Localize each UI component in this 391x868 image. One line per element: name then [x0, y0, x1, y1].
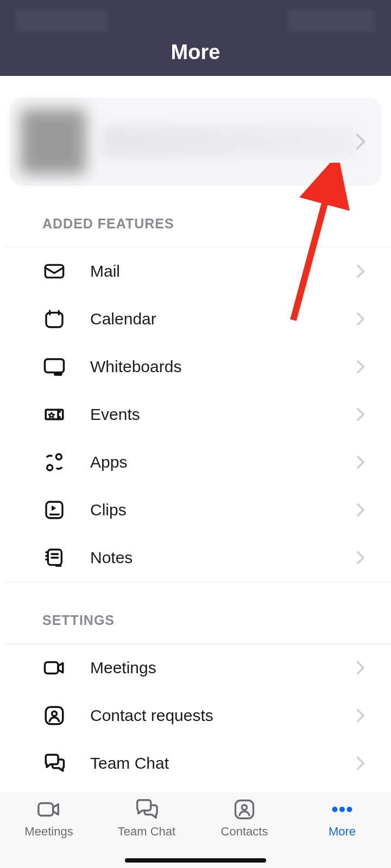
contact-icon	[232, 797, 256, 821]
row-label: Events	[66, 405, 356, 424]
tab-more[interactable]: More	[293, 797, 391, 868]
apps-icon	[42, 450, 66, 474]
chevron-right-icon	[356, 264, 365, 278]
section-header-settings: SETTINGS	[0, 582, 391, 643]
row-label: Apps	[66, 453, 356, 471]
chevron-right-icon	[356, 360, 365, 374]
events-icon	[42, 403, 66, 426]
chevron-right-icon	[356, 661, 365, 675]
row-mail[interactable]: Mail	[0, 247, 391, 295]
tab-label: Meetings	[24, 825, 73, 839]
tab-label: More	[329, 825, 356, 839]
svg-point-4	[47, 465, 53, 470]
tab-contacts[interactable]: Contacts	[195, 797, 293, 868]
svg-point-10	[52, 711, 57, 716]
page-title: More	[0, 41, 391, 64]
row-contact-requests[interactable]: Contact requests	[0, 692, 391, 739]
video-icon	[42, 656, 66, 680]
mail-icon	[42, 259, 66, 283]
notes-icon	[42, 546, 66, 570]
chevron-right-icon	[356, 407, 365, 422]
video-icon	[36, 797, 61, 821]
svg-rect-0	[45, 265, 63, 277]
tab-label: Contacts	[221, 825, 268, 839]
row-label: Whiteboards	[66, 358, 356, 376]
svg-point-15	[332, 807, 338, 812]
row-apps[interactable]: Apps	[0, 438, 391, 486]
row-label: Contact requests	[66, 706, 356, 725]
chevron-right-icon	[356, 455, 365, 469]
header-blur-left	[15, 10, 108, 33]
tab-label: Team Chat	[118, 825, 175, 839]
home-indicator	[125, 858, 266, 863]
svg-point-14	[242, 805, 247, 810]
clips-icon	[42, 498, 66, 522]
chevron-right-icon	[356, 503, 365, 517]
row-calendar[interactable]: Calendar	[0, 295, 391, 343]
svg-point-16	[339, 807, 345, 812]
row-whiteboards[interactable]: Whiteboards	[0, 343, 391, 391]
row-label: Clips	[66, 501, 356, 519]
svg-rect-8	[45, 662, 59, 674]
row-notes[interactable]: Notes	[0, 534, 391, 582]
tab-team-chat[interactable]: Team Chat	[98, 797, 195, 868]
section-header-added-features: ADDED FEATURES	[0, 186, 391, 247]
svg-rect-5	[46, 502, 62, 518]
header-blur-right	[288, 10, 375, 33]
chevron-right-icon	[356, 709, 365, 723]
chevron-right-icon	[355, 133, 366, 150]
avatar	[21, 109, 86, 174]
svg-rect-12	[39, 803, 53, 816]
row-label: Notes	[66, 548, 356, 567]
svg-rect-1	[46, 312, 62, 327]
chevron-right-icon	[356, 551, 365, 565]
row-label: Meetings	[66, 659, 356, 677]
calendar-icon	[42, 307, 66, 331]
chat-icon	[42, 751, 66, 775]
more-icon	[330, 797, 355, 821]
chevron-right-icon	[356, 312, 365, 326]
row-label: Calendar	[66, 310, 356, 328]
row-meetings-settings[interactable]: Meetings	[0, 644, 391, 692]
chevron-right-icon	[356, 756, 365, 770]
chat-icon	[134, 797, 159, 821]
tab-bar: Meetings Team Chat Contacts More	[0, 792, 391, 868]
whiteboards-icon	[42, 355, 66, 379]
row-label: Mail	[66, 262, 356, 280]
svg-point-17	[346, 807, 352, 812]
contact-icon	[42, 704, 66, 727]
profile-card[interactable]	[10, 98, 381, 186]
tab-meetings[interactable]: Meetings	[0, 797, 98, 868]
svg-point-3	[56, 454, 61, 459]
svg-rect-2	[45, 359, 64, 373]
row-label: Team Chat	[66, 754, 356, 773]
header: More	[0, 0, 391, 76]
profile-name-blurred	[102, 125, 355, 158]
row-team-chat-settings[interactable]: Team Chat	[0, 739, 391, 787]
row-clips[interactable]: Clips	[0, 486, 391, 534]
row-events[interactable]: Events	[0, 391, 391, 438]
